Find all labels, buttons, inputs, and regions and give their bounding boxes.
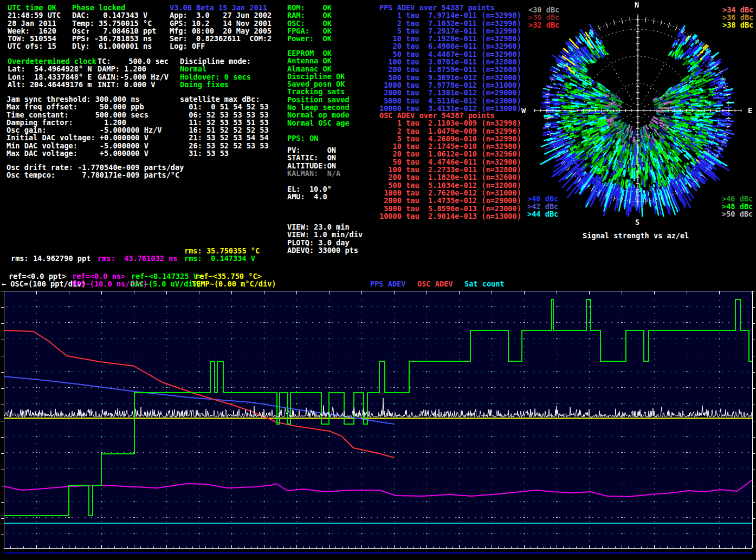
overdetermined-clock: Overdetermined clockLat: 54.4964928° NLo…	[8, 57, 96, 88]
pps-adev-table-line: 10 tau 7.1920e-011 (n=32980)	[379, 35, 521, 42]
tc-params: TC: 500.0 secDAMP: 1.200GAIN:-5.000 Hz/V…	[98, 57, 169, 88]
pps-adev-table-line: 50 tau 4.4467e-011 (n=32900)	[379, 50, 521, 58]
pps-adev-table-line: 100 tau 3.0701e-011 (n=32800)	[379, 58, 521, 66]
receiver-health-line: RAM: OK	[287, 11, 332, 19]
loop-params-line: Time constant: 500.000 secs	[7, 111, 161, 119]
gps-status-list-line: Almanac OK	[287, 65, 350, 73]
gps-status-list-line: Tracking sats	[287, 88, 350, 95]
loop-params-line: Initial DAC voltage: +0.000000 V	[7, 134, 161, 141]
pps-adev-table-line: 2 tau 7.1032e-011 (n=32996)	[379, 19, 521, 27]
sat-max-dbc-line: 06: 52 53 53 53 53	[180, 111, 269, 119]
osc-adev-table-line: 500 tau 5.1034e-012 (n=32000)	[379, 181, 521, 189]
view-settings-line: VIEW: 1.0 min/div	[287, 231, 363, 238]
tc-params-line: TC: 500.0 sec	[98, 57, 169, 65]
fix-modes-line: ALTITUDE:ON	[287, 162, 340, 170]
mask-settings-line: AMU: 4.0	[287, 193, 332, 200]
gps-status-list-line: Antenna OK	[287, 57, 350, 64]
loop-params-line: Max freq offset: 50.000 ppb	[7, 103, 161, 110]
view-settings: VIEW: 23.0 minVIEW: 1.0 min/divPLOTQ: 3.…	[287, 223, 363, 254]
discipline-mode-line: Doing fixes	[180, 81, 251, 88]
tc-params-line: INIT: 0.000 V	[98, 81, 169, 88]
gps-status-list-line: Position saved	[287, 96, 350, 103]
receiver-health-line: FPGA: OK	[287, 27, 332, 35]
version-info-line: Ser: 0.82362611 COM:2	[170, 35, 272, 42]
mask-settings-line: EL: 10.0°	[287, 185, 332, 193]
osc-adev-table-line: 100 tau 2.2733e-011 (n=32800)	[379, 166, 521, 173]
utc-status-line: 21:48:59 UTC	[8, 11, 61, 19]
gps-status-list-line: Saved posn OK	[287, 80, 350, 88]
osc-adev-table-line: 200 tau 1.1820e-011 (n=32600)	[379, 173, 521, 181]
osc-adev-table-line: 10 tau 2.1745e-010 (n=32980)	[379, 142, 521, 150]
view-settings-line: PLOTQ: 3.0 day	[287, 239, 363, 246]
osc-adev-table-line: 1 tau 2.1103e-009 (n=32998)	[379, 119, 521, 127]
version-info-line: V3.00 Beta 15 Jan 2011	[170, 4, 272, 11]
loop-params-line: Max DAC voltage: +5.000000 V	[7, 149, 161, 157]
gps-status-list-line: No leap second	[287, 103, 350, 111]
loop-params: Jam sync threshold: 300.000 nsMax freq o…	[7, 95, 161, 157]
pps-state: PPS: ON	[287, 134, 318, 142]
fix-modes-line: STATIC: ON	[287, 154, 340, 161]
osc-adev-table-line: 5000 tau 5.8596e-013 (n=23000)	[379, 205, 521, 212]
utc-status-line: UTC ofs: 15	[8, 42, 61, 50]
discipline-mode-line: Discipline mode:	[180, 57, 251, 65]
osc-adev-table-line: OSC ADEV over 54387 points	[379, 112, 521, 119]
sat-max-dbc-line: 11: 52 53 53 51 53	[180, 119, 269, 126]
pps-adev-table-line: 20 tau 6.4908e-011 (n=32960)	[379, 42, 521, 50]
overdetermined-clock-line: Lat: 54.4964928° N	[8, 65, 96, 73]
osc-drift-line: Osc tempco: 7.780171e-009 parts/°C	[7, 171, 184, 179]
sat-max-dbc-line: 01: 0 51 54 52 53	[180, 103, 269, 110]
mask-settings: EL: 10.0°AMU: 4.0	[287, 185, 332, 201]
compass-north-label: N	[635, 1, 639, 9]
osc-adev-table-line: 10000 tau 2.9014e-013 (n=13000)	[379, 212, 521, 220]
sat-max-dbc-line: 16: 51 52 52 52 53	[180, 126, 269, 134]
signal-strength-polar-map	[528, 5, 751, 218]
pps-adev-table-line: 5000 tau 4.5116e-012 (n=23000)	[379, 97, 521, 105]
gps-status-list-line: Normal OSC age	[287, 119, 350, 127]
utc-status-line: 28 Jan 2011	[8, 19, 61, 27]
version-info-line: Log: OFF	[170, 42, 272, 50]
utc-status-line: Week: 1620	[8, 27, 61, 35]
osc-adev-table-line: 1000 tau 2.7620e-012 (n=31000)	[379, 189, 521, 197]
gps-status-list-line: Normal op mode	[287, 111, 350, 119]
view-settings-line: ADEVQ: 33000 pts	[287, 246, 363, 254]
loop-params-line: Damping factor: 1.200	[7, 119, 161, 126]
receiver-health: ROM: OKRAM: OKOSC: OKFPGA: OKPower: OK	[287, 4, 332, 42]
discipline-mode: Discipline mode:NormalHoldover: 0 secsDo…	[180, 57, 251, 88]
osc-adev-table-line: 2000 tau 1.4735e-012 (n=29000)	[379, 197, 521, 204]
fix-modes: PV: ONSTATIC: ONALTITUDE:ONKALMAN: N/A	[287, 146, 340, 177]
pps-adev-table-line: 5 tau 7.2917e-011 (n=32990)	[379, 27, 521, 35]
version-info-line: App: 3.0 27 Jun 2002	[170, 11, 272, 19]
pps-adev-table-line: 1 tau 7.9714e-011 (n=32998)	[379, 11, 521, 19]
gps-status-list-line: EEPROM OK	[287, 49, 350, 57]
receiver-health-line: OSC: OK	[287, 19, 332, 27]
pps-adev-table: PPS ADEV over 54387 points 1 tau 7.9714e…	[379, 4, 521, 112]
discipline-mode-line: Normal	[180, 65, 251, 73]
rms-dac: rms: 0.147334 V	[184, 254, 255, 263]
phase-status-line: Dly: 61.000001 ns	[72, 42, 157, 50]
sat-max-dbc-line: 21: 53 52 53 54 54	[180, 134, 269, 141]
osc-drift-line: Osc drift rate: -1.770540e-009 parts/day	[7, 164, 184, 171]
strip-chart-plot-area[interactable]	[0, 287, 756, 560]
osc-adev-table-line: 2 tau 1.0479e-009 (n=32996)	[379, 127, 521, 135]
overdetermined-clock-line: Overdetermined clock	[8, 57, 96, 65]
sat-max-dbc: satellite max dBc: 01: 0 51 54 52 53 06:…	[180, 95, 269, 157]
version-info-line: GPS: 10.2 14 Nov 2001	[170, 19, 272, 27]
tc-params-line: DAMP: 1.200	[98, 65, 169, 73]
compass-east-label: E	[748, 106, 752, 115]
utc-status: UTC time OK21:48:59 UTC28 Jan 2011Week: …	[8, 4, 61, 50]
rms-pps: rms: 43.761032 ns	[98, 254, 177, 263]
utc-status-line: UTC time OK	[8, 4, 61, 11]
phase-status: Phase lockedDAC: 0.147343 VTemp: 35.7500…	[72, 4, 157, 50]
tc-params-line: GAIN:-5.000 Hz/V	[98, 73, 169, 81]
version-info: V3.00 Beta 15 Jan 2011App: 3.0 27 Jun 20…	[170, 4, 272, 50]
gps-status-list-line: Discipline OK	[287, 73, 350, 80]
fix-modes-line: KALMAN: N/A	[287, 170, 340, 177]
phase-status-line: Phase locked	[72, 4, 157, 11]
console-screen: UTC time OK21:48:59 UTC28 Jan 2011Week: …	[0, 0, 756, 560]
view-settings-line: VIEW: 23.0 min	[287, 223, 363, 231]
loop-params-line: Jam sync threshold: 300.000 ns	[7, 95, 161, 103]
osc-drift: Osc drift rate: -1.770540e-009 parts/day…	[7, 164, 184, 179]
osc-adev-table: OSC ADEV over 54387 points 1 tau 2.1103e…	[379, 112, 521, 220]
discipline-mode-line: Holdover: 0 secs	[180, 73, 251, 81]
overdetermined-clock-line: Alt: 204.46449176 m	[8, 81, 96, 88]
